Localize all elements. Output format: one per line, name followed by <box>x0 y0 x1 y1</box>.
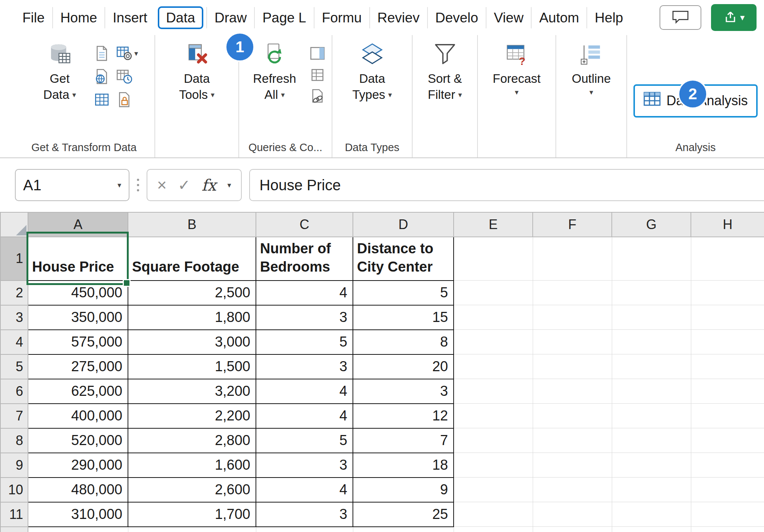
outline-button[interactable]: Outline ▾ <box>561 41 621 97</box>
cell[interactable] <box>454 527 533 532</box>
cell[interactable] <box>691 305 764 330</box>
cell-D8[interactable]: 7 <box>353 428 454 453</box>
cell-A1[interactable]: House Price <box>28 237 128 281</box>
row-header-7[interactable]: 7 <box>0 404 28 428</box>
cell-D11[interactable]: 25 <box>353 502 454 527</box>
edit-links-button[interactable] <box>309 88 326 105</box>
cell[interactable] <box>533 527 612 532</box>
cell-D4[interactable]: 8 <box>353 330 454 354</box>
cell[interactable] <box>533 281 612 305</box>
cell-C3[interactable]: 3 <box>256 305 353 330</box>
cell[interactable] <box>454 330 533 354</box>
row-header-2[interactable]: 2 <box>0 281 28 305</box>
cell-C8[interactable]: 5 <box>256 428 353 453</box>
tab-review[interactable]: Reviev <box>369 7 427 28</box>
cell[interactable] <box>612 453 691 478</box>
row-header-11[interactable]: 11 <box>0 502 28 527</box>
cell[interactable] <box>612 502 691 527</box>
from-text-button[interactable] <box>93 45 110 62</box>
col-header-F[interactable]: F <box>533 212 612 237</box>
cell[interactable] <box>612 237 691 281</box>
cell[interactable] <box>612 428 691 453</box>
row-header-8[interactable]: 8 <box>0 428 28 453</box>
forecast-button[interactable]: ? Forecast ▾ <box>487 41 547 97</box>
cell[interactable] <box>533 354 612 379</box>
cell-C1[interactable]: Number of Bedrooms <box>256 237 353 281</box>
cell[interactable] <box>612 281 691 305</box>
enter-check-icon[interactable]: ✓ <box>178 176 191 194</box>
cell[interactable] <box>454 502 533 527</box>
cell-C7[interactable]: 4 <box>256 404 353 428</box>
col-header-C[interactable]: C <box>256 212 353 237</box>
cell-C2[interactable]: 4 <box>256 281 353 305</box>
cell-B10[interactable]: 2,600 <box>128 478 256 502</box>
col-header-H[interactable]: H <box>691 212 764 237</box>
cell-A4[interactable]: 575,000 <box>28 330 128 354</box>
sort-filter-button[interactable]: Sort & Filter▾ <box>415 41 475 103</box>
cell-D6[interactable]: 3 <box>353 379 454 404</box>
cell[interactable] <box>691 237 764 281</box>
cell[interactable] <box>612 478 691 502</box>
cell[interactable] <box>533 502 612 527</box>
cell[interactable] <box>533 478 612 502</box>
cell-A6[interactable]: 625,000 <box>28 379 128 404</box>
cell[interactable] <box>256 527 353 532</box>
cell[interactable] <box>454 478 533 502</box>
cell-B8[interactable]: 2,800 <box>128 428 256 453</box>
cell[interactable] <box>454 453 533 478</box>
cell[interactable] <box>691 354 764 379</box>
col-header-D[interactable]: D <box>353 212 454 237</box>
get-data-button[interactable]: Get Data▾ <box>30 41 90 103</box>
cell[interactable] <box>612 305 691 330</box>
cell[interactable] <box>128 527 256 532</box>
cell-B6[interactable]: 3,200 <box>128 379 256 404</box>
cell[interactable] <box>454 354 533 379</box>
cell[interactable] <box>353 527 454 532</box>
cell-B4[interactable]: 3,000 <box>128 330 256 354</box>
cell[interactable] <box>454 305 533 330</box>
cell[interactable] <box>691 404 764 428</box>
col-header-A[interactable]: A <box>28 212 128 237</box>
cell-C5[interactable]: 3 <box>256 354 353 379</box>
row-header-9[interactable]: 9 <box>0 453 28 478</box>
cell[interactable] <box>612 330 691 354</box>
cell[interactable] <box>691 527 764 532</box>
existing-connections-button[interactable] <box>116 91 138 108</box>
cell[interactable] <box>533 237 612 281</box>
cancel-icon[interactable]: × <box>157 176 167 194</box>
cell-D3[interactable]: 15 <box>353 305 454 330</box>
comments-button[interactable] <box>660 5 701 30</box>
cell[interactable] <box>691 428 764 453</box>
cell[interactable] <box>533 330 612 354</box>
col-header-B[interactable]: B <box>128 212 256 237</box>
share-button[interactable]: ▾ <box>711 4 757 31</box>
cell-B9[interactable]: 1,600 <box>128 453 256 478</box>
tab-developer[interactable]: Develo <box>427 7 486 28</box>
row-header-10[interactable]: 10 <box>0 478 28 502</box>
cell[interactable] <box>454 404 533 428</box>
row-header-4[interactable]: 4 <box>0 330 28 354</box>
select-all-corner[interactable] <box>0 212 28 237</box>
queries-connections-button[interactable] <box>309 45 326 62</box>
row-header-6[interactable]: 6 <box>0 379 28 404</box>
data-tools-button[interactable]: Data Tools▾ <box>167 41 227 103</box>
cell-B2[interactable]: 2,500 <box>128 281 256 305</box>
cell[interactable] <box>454 379 533 404</box>
tab-automate[interactable]: Autom <box>531 7 586 28</box>
cell-A5[interactable]: 275,000 <box>28 354 128 379</box>
cell-B7[interactable]: 2,200 <box>128 404 256 428</box>
cell-A3[interactable]: 350,000 <box>28 305 128 330</box>
cell-B5[interactable]: 1,500 <box>128 354 256 379</box>
properties-button[interactable] <box>309 66 326 84</box>
cell[interactable] <box>454 281 533 305</box>
tab-data[interactable]: Data <box>158 6 203 29</box>
cell[interactable] <box>533 305 612 330</box>
cell[interactable] <box>691 330 764 354</box>
cell-D9[interactable]: 18 <box>353 453 454 478</box>
row-header-3[interactable]: 3 <box>0 305 28 330</box>
cell-A9[interactable]: 290,000 <box>28 453 128 478</box>
cell-C4[interactable]: 5 <box>256 330 353 354</box>
tab-file[interactable]: File <box>15 7 52 28</box>
cell-D2[interactable]: 5 <box>353 281 454 305</box>
cell-A2[interactable]: 450,000 <box>28 281 128 305</box>
